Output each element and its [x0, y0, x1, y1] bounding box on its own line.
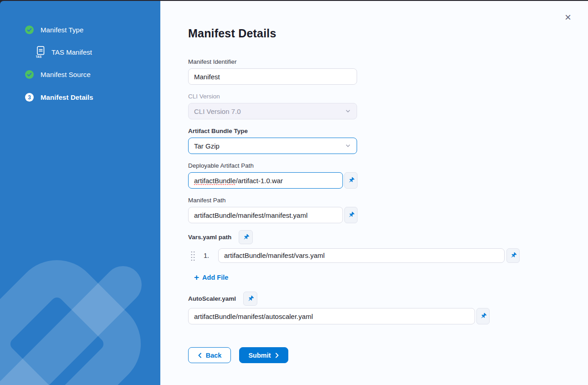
plus-icon: + [194, 274, 199, 281]
manifest-path-input[interactable] [188, 207, 343, 223]
manifest-path-label: Manifest Path [188, 196, 588, 204]
pin-icon [348, 177, 355, 184]
step-label: Manifest Details [41, 93, 93, 101]
sidebar-substep-tas-manifest[interactable]: TAS TAS Manifest [25, 46, 160, 58]
tas-manifest-file-icon: TAS [36, 46, 46, 58]
autoscaler-yaml-path-input[interactable] [188, 308, 475, 324]
svg-text:TAS: TAS [36, 55, 42, 58]
chevron-left-icon [198, 353, 202, 358]
deployable-artifact-path-label: Deployable Artifact Path [188, 162, 588, 169]
close-icon[interactable]: × [562, 11, 574, 24]
manifest-wizard-modal: Manifest Type TAS TAS Manifest Manifest … [0, 1, 588, 385]
manifest-identifier-label: Manifest Identifier [188, 58, 588, 66]
deployable-artifact-path-input[interactable]: artifactBundle/artifact-1.0.war [188, 172, 343, 189]
vars-yaml-path-input[interactable] [218, 248, 505, 263]
fixed-value-pin-button[interactable] [476, 308, 490, 324]
drag-handle-icon[interactable] [190, 251, 195, 261]
harness-logo-watermark [0, 248, 157, 385]
chevron-right-icon [275, 353, 279, 358]
chevron-down-icon [345, 143, 351, 149]
fixed-value-pin-button[interactable] [506, 248, 520, 263]
pin-icon [480, 313, 487, 320]
manifest-details-panel: × Manifest Details Manifest Identifier C… [160, 1, 588, 385]
page-title: Manifest Details [188, 26, 588, 40]
cli-version-label: CLI Version [188, 92, 588, 100]
fixed-value-pin-button[interactable] [239, 230, 253, 244]
fixed-value-pin-button[interactable] [243, 292, 257, 306]
step-label: Manifest Type [41, 26, 83, 34]
step-number-badge: 3 [25, 93, 34, 102]
fixed-value-pin-button[interactable] [344, 207, 358, 223]
misspelled-text: artifactBundle [194, 177, 236, 185]
substep-label: TAS Manifest [51, 48, 92, 56]
artifact-bundle-type-value: Tar Gzip [194, 142, 220, 150]
manifest-identifier-input[interactable] [188, 68, 357, 85]
artifact-bundle-type-label: Artifact Bundle Type [188, 127, 588, 135]
pin-icon [348, 211, 355, 219]
vars-yaml-path-label: Vars.yaml path [188, 233, 231, 241]
artifact-bundle-type-select[interactable]: Tar Gzip [188, 138, 357, 154]
sidebar-step-manifest-source[interactable]: Manifest Source [25, 70, 160, 79]
step-label: Manifest Source [41, 71, 91, 78]
cli-version-value: CLI Version 7.0 [194, 108, 241, 115]
vars-yaml-file-row: 1. [188, 248, 588, 263]
back-button-label: Back [206, 352, 222, 359]
check-circle-icon [25, 70, 34, 79]
pin-icon [510, 252, 517, 259]
pin-icon [242, 234, 250, 241]
file-row-index: 1. [204, 252, 213, 259]
chevron-down-icon [345, 108, 351, 114]
wizard-sidebar: Manifest Type TAS TAS Manifest Manifest … [0, 1, 160, 385]
fixed-value-pin-button[interactable] [344, 172, 358, 189]
submit-button[interactable]: Submit [239, 347, 288, 363]
sidebar-step-manifest-details[interactable]: 3 Manifest Details [25, 93, 160, 102]
sidebar-step-manifest-type[interactable]: Manifest Type [25, 26, 160, 34]
cli-version-select: CLI Version 7.0 [188, 103, 357, 119]
submit-button-label: Submit [248, 352, 271, 359]
add-file-button[interactable]: + Add File [194, 274, 228, 281]
autoscaler-yaml-label: AutoScaler.yaml [188, 295, 236, 303]
add-file-label: Add File [202, 274, 228, 281]
pin-icon [247, 295, 254, 303]
check-circle-icon [25, 26, 34, 34]
path-text: /artifact-1.0.war [236, 177, 283, 185]
back-button[interactable]: Back [188, 347, 231, 363]
